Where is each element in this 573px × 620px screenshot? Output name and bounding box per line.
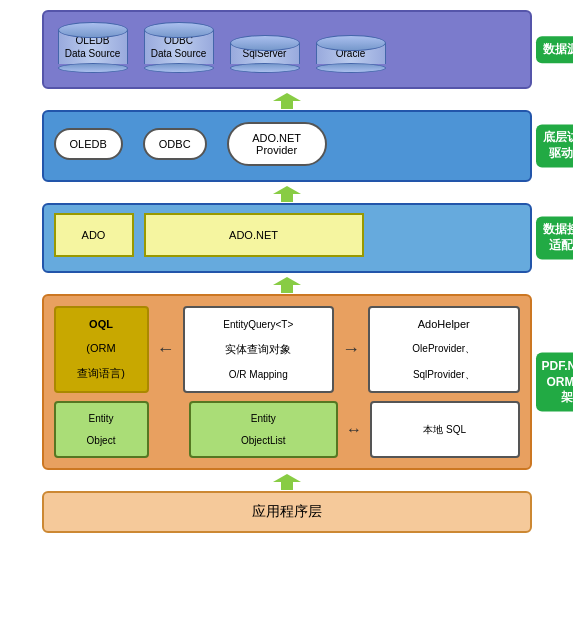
odbc-datasource: ODBCData Source	[140, 22, 218, 73]
oql-sub1: (ORM	[62, 342, 141, 354]
oql-box: OQL (ORM 查询语言)	[54, 306, 149, 393]
oracle-datasource: Oracle	[312, 35, 390, 73]
entity-object-box: Entity Object	[54, 401, 149, 458]
cyl-bot-sqlserver	[230, 63, 300, 73]
cyl-top-oledb	[58, 22, 128, 38]
entity-objectlist-box: Entity ObjectList	[189, 401, 339, 458]
orm-top-row: OQL (ORM 查询语言) ← EntityQuery<T> 实体查询对象 O…	[54, 306, 520, 393]
arrow-entityquery-adohelper: →	[342, 306, 360, 393]
driver-items: OLEDB ODBC ADO.NETProvider	[54, 122, 520, 166]
cyl-top-oracle	[316, 35, 386, 51]
svg-marker-0	[273, 93, 301, 109]
orm-label: PDF.NET ORM框架	[536, 353, 574, 412]
orm-layer-wrapper: PDF.NET ORM框架 OQL (ORM 查询语言) ←	[42, 294, 532, 470]
arrow-oql-entityquery: ←	[157, 306, 175, 393]
datasource-layer-wrapper: 数据源层 OLEDBData Source ODBCDa	[42, 10, 532, 89]
interface-layer-wrapper: 数据接口 适配层 ADO ADO.NET	[42, 203, 532, 273]
native-sql-label: 本地 SQL	[423, 423, 466, 437]
odbc-driver-label: ODBC	[159, 138, 191, 150]
svg-marker-1	[273, 186, 301, 202]
datasource-label: 数据源层	[536, 36, 574, 64]
arrow-objectlist-nativesql: ↔	[346, 401, 362, 458]
datasource-layer: 数据源层 OLEDBData Source ODBCDa	[42, 10, 532, 89]
cyl-bot-oracle	[316, 63, 386, 73]
odbc-ds-label: ODBCData Source	[151, 35, 207, 59]
svg-marker-2	[273, 277, 301, 293]
oledb-driver-label: OLEDB	[70, 138, 107, 150]
entityquery-label2: 实体查询对象	[191, 342, 327, 357]
arrow-ds-driver-svg	[273, 93, 301, 109]
driver-layer-wrapper: 底层访问 驱动层 OLEDB ODBC ADO.NETProvider	[42, 110, 532, 182]
spacer1	[157, 401, 181, 458]
oledb-ds-label: OLEDBData Source	[65, 35, 121, 59]
adonet-label: ADO.NET	[229, 229, 278, 241]
cyl-bot-oledb	[58, 63, 128, 73]
entityquery-label1: EntityQuery<T>	[191, 319, 327, 330]
svg-marker-3	[273, 474, 301, 490]
adohelper-label2: OleProvider、	[376, 342, 512, 356]
arrow-ds-to-driver	[42, 93, 532, 109]
entity-object-label2: Object	[87, 435, 116, 446]
odbc-driver: ODBC	[143, 128, 207, 160]
adonet-provider-label: ADO.NETProvider	[252, 132, 301, 156]
driver-layer: 底层访问 驱动层 OLEDB ODBC ADO.NETProvider	[42, 110, 532, 182]
oql-sub2: 查询语言)	[62, 366, 141, 381]
layout: 数据源层 OLEDBData Source ODBCDa	[42, 10, 532, 533]
sqlserver-datasource: SqlServer	[226, 35, 304, 73]
adohelper-label3: SqlProvider、	[376, 368, 512, 382]
arrow-interface-to-orm	[42, 277, 532, 293]
arrow-orm-app-svg	[273, 474, 301, 490]
orm-layer: PDF.NET ORM框架 OQL (ORM 查询语言) ←	[42, 294, 532, 470]
oledb-driver: OLEDB	[54, 128, 123, 160]
ado-box: ADO	[54, 213, 134, 257]
adohelper-label1: AdoHelper	[376, 318, 512, 330]
oledb-datasource: OLEDBData Source	[54, 22, 132, 73]
arrow-orm-to-app	[42, 474, 532, 490]
app-layer-wrapper: 应用程序层	[42, 491, 532, 533]
arrow-driver-interface-svg	[273, 186, 301, 202]
app-layer: 应用程序层	[42, 491, 532, 533]
interface-items: ADO ADO.NET	[54, 213, 520, 257]
arrow-driver-to-interface	[42, 186, 532, 202]
db-container: OLEDBData Source ODBCData Source	[54, 22, 520, 73]
app-layer-label: 应用程序层	[252, 503, 322, 519]
diagram-container: 数据源层 OLEDBData Source ODBCDa	[0, 0, 573, 620]
entity-objectlist-label2: ObjectList	[241, 435, 285, 446]
entityquery-box: EntityQuery<T> 实体查询对象 O/R Mapping	[183, 306, 335, 393]
cyl-top-odbc	[144, 22, 214, 38]
ado-label: ADO	[82, 229, 106, 241]
cyl-bot-odbc	[144, 63, 214, 73]
adohelper-box: AdoHelper OleProvider、 SqlProvider、	[368, 306, 520, 393]
oql-label: OQL	[62, 318, 141, 330]
entity-object-label1: Entity	[88, 413, 113, 424]
driver-label: 底层访问 驱动层	[536, 124, 574, 167]
entity-objectlist-label1: Entity	[251, 413, 276, 424]
adonet-box: ADO.NET	[144, 213, 364, 257]
cyl-top-sqlserver	[230, 35, 300, 51]
adonet-provider: ADO.NETProvider	[227, 122, 327, 166]
entityquery-label3: O/R Mapping	[191, 369, 327, 380]
interface-layer: 数据接口 适配层 ADO ADO.NET	[42, 203, 532, 273]
arrow-interface-orm-svg	[273, 277, 301, 293]
native-sql-box: 本地 SQL	[370, 401, 520, 458]
orm-bottom-row: Entity Object Entity ObjectList ↔	[54, 401, 520, 458]
interface-label: 数据接口 适配层	[536, 216, 574, 259]
